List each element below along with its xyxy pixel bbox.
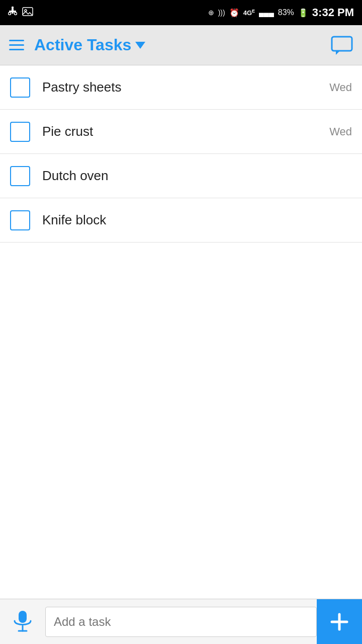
svg-point-4: [15, 12, 17, 15]
task-item: Knife block: [0, 198, 362, 243]
svg-marker-8: [336, 51, 340, 55]
bars-icon: ▄▄▄: [259, 9, 274, 17]
svg-rect-2: [9, 11, 16, 12]
task-item: Pastry sheetsWed: [0, 65, 362, 110]
task-label: Knife block: [42, 212, 352, 228]
status-time: 3:32 PM: [312, 6, 354, 19]
task-label: Pie crust: [42, 124, 324, 139]
task-due: Wed: [329, 81, 352, 94]
status-bar-left: [8, 7, 33, 19]
task-item: Pie crustWed: [0, 110, 362, 154]
microphone-icon: [12, 610, 34, 633]
lte-icon: 4GE: [243, 9, 255, 17]
chat-icon[interactable]: [331, 36, 353, 55]
app-bar: Active Tasks: [0, 25, 362, 65]
battery-icon: 🔋: [298, 8, 308, 18]
status-bar: ⊕ ))) ⏰ 4GE ▄▄▄ 83% 🔋 3:32 PM: [0, 0, 362, 25]
alarm-icon: ⏰: [229, 8, 239, 18]
svg-rect-9: [19, 611, 27, 623]
svg-rect-0: [12, 7, 14, 9]
page-title: Active Tasks: [34, 36, 131, 54]
plus-icon: [330, 612, 349, 631]
add-task-button[interactable]: [317, 599, 362, 645]
svg-rect-7: [332, 37, 352, 51]
microphone-button[interactable]: [0, 599, 45, 645]
app-title-container[interactable]: Active Tasks: [34, 36, 145, 54]
hamburger-menu-icon[interactable]: [9, 40, 24, 50]
task-checkbox[interactable]: [10, 122, 30, 142]
task-checkbox[interactable]: [10, 166, 30, 186]
add-task-input[interactable]: [45, 607, 317, 637]
bottom-bar: [0, 599, 362, 644]
app-bar-left: Active Tasks: [9, 36, 145, 54]
status-bar-right: ⊕ ))) ⏰ 4GE ▄▄▄ 83% 🔋 3:32 PM: [208, 6, 354, 19]
task-checkbox[interactable]: [10, 210, 30, 230]
signal-icon: ))): [218, 9, 225, 17]
task-item: Dutch oven: [0, 154, 362, 198]
svg-point-3: [9, 12, 11, 15]
task-list: Pastry sheetsWedPie crustWedDutch ovenKn…: [0, 65, 362, 599]
network-icon: ⊕: [208, 9, 214, 17]
image-icon: [22, 7, 33, 19]
battery-label: 83%: [278, 8, 294, 17]
usb-icon: [8, 7, 17, 19]
task-label: Pastry sheets: [42, 79, 324, 95]
task-checkbox[interactable]: [10, 77, 30, 98]
task-due: Wed: [329, 125, 352, 138]
dropdown-arrow-icon[interactable]: [135, 42, 145, 49]
task-label: Dutch oven: [42, 168, 352, 184]
